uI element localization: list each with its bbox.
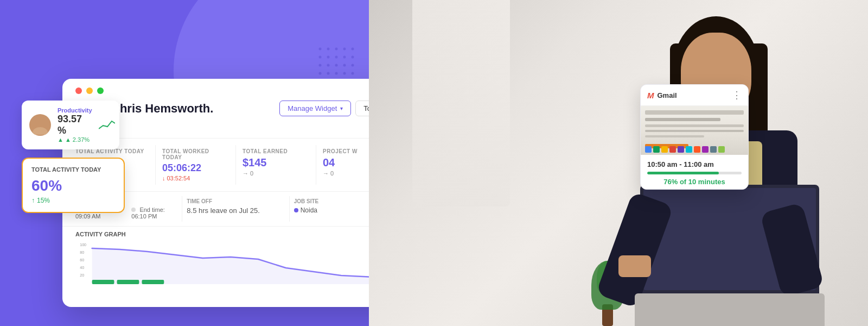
svg-text:60: 60 <box>80 258 84 262</box>
svg-point-9 <box>352 56 354 59</box>
gmail-label: Gmail <box>658 91 677 99</box>
activity-chart: 100 80 60 40 20 <box>75 242 369 285</box>
metric-sub-earned: → 0 <box>242 170 309 177</box>
screenshot-bar-4 <box>645 130 744 132</box>
gmail-options-icon[interactable]: ⋮ <box>732 90 742 100</box>
minimize-dot <box>86 87 93 94</box>
metric-value-earned: $145 <box>242 156 309 169</box>
svg-point-6 <box>327 56 330 59</box>
down-icon: ↓ <box>162 175 165 181</box>
productivity-info: Productivity 93.57 % ▲ ▲ 2.37% <box>58 107 92 143</box>
svg-point-19 <box>352 72 354 75</box>
manage-widget-label: Manage Widget <box>288 104 337 112</box>
maximize-dot <box>97 87 104 94</box>
metric-label-worked: TOTAL WORKED TODAY <box>162 148 229 160</box>
gmail-time-section: 10:50 am - 11:00 am 76% of 10 minutes <box>641 155 748 189</box>
screenshot-bar-3 <box>645 124 744 127</box>
up-arrow-icon: ↑ <box>31 197 35 204</box>
metric-project: PROJECT W 04 → 0 <box>316 145 369 185</box>
location-dot-icon <box>294 208 298 212</box>
metric-value-worked: 05:06:22 <box>162 162 229 174</box>
app-icon-2 <box>653 146 660 153</box>
svg-text:20: 20 <box>80 273 84 277</box>
svg-point-0 <box>319 48 322 51</box>
job-site-location: Noida <box>294 206 369 214</box>
svg-rect-41 <box>117 280 139 284</box>
manage-widget-button[interactable]: Manage Widget ▾ <box>279 101 351 116</box>
app-icon-10 <box>718 146 725 153</box>
screenshot-bar-5 <box>645 135 704 137</box>
svg-text:100: 100 <box>80 243 86 247</box>
gmail-time-label: 10:50 am - 11:00 am <box>647 160 742 168</box>
job-site: JOB SITE Noida <box>290 196 369 222</box>
end-time: End time: 06:10 PM <box>131 206 177 220</box>
gmail-screenshot-area <box>641 106 748 155</box>
svg-rect-40 <box>92 280 114 284</box>
app-icon-8 <box>702 146 709 153</box>
svg-point-33 <box>33 127 48 135</box>
app-icon-9 <box>710 146 717 153</box>
svg-point-8 <box>343 56 346 59</box>
app-icon-1 <box>645 146 652 153</box>
svg-point-3 <box>343 48 346 51</box>
laptop-base <box>635 293 825 326</box>
svg-point-4 <box>352 48 354 51</box>
gmail-progress-fill <box>647 172 719 174</box>
metric-total-worked: TOTAL WORKED TODAY 05:06:22 ↓ 03:52:54 <box>156 145 236 185</box>
metric-sub-worked: ↓ 03:52:54 <box>162 175 229 181</box>
app-icon-7 <box>694 146 700 153</box>
svg-text:40: 40 <box>80 266 84 269</box>
float-card-label: TOTAL ACTIVITY TODAY <box>31 166 115 173</box>
gmail-progress-bar <box>647 172 742 174</box>
today-button[interactable]: Today ▾ <box>355 101 369 116</box>
svg-rect-42 <box>142 280 164 284</box>
time-off: TIME OFF 8.5 hrs leave on Jul 25. <box>182 196 289 222</box>
metric-label-project: PROJECT W <box>323 148 369 154</box>
float-card-value: 60% <box>31 177 115 195</box>
svg-point-5 <box>319 56 322 59</box>
svg-point-10 <box>319 64 322 67</box>
app-icon-5 <box>678 146 684 153</box>
screenshot-bar-1 <box>645 110 744 115</box>
chevron-down-icon: ▾ <box>340 105 343 111</box>
svg-point-11 <box>327 64 330 67</box>
window-light <box>412 0 510 206</box>
screenshot-bar-2 <box>645 118 720 121</box>
svg-point-7 <box>335 56 338 59</box>
trend-up-icon: ▲ <box>58 136 63 143</box>
window-controls <box>62 79 369 94</box>
activity-float-card: TOTAL ACTIVITY TODAY 60% ↑ 15% <box>22 158 125 213</box>
metric-label-earned: TOTAL EARNED <box>242 148 309 154</box>
productivity-sub: ▲ ▲ 2.37% <box>58 136 92 143</box>
svg-point-14 <box>352 64 354 67</box>
metric-total-earned: TOTAL EARNED $145 → 0 <box>236 145 316 185</box>
svg-point-1 <box>327 48 330 51</box>
metric-sub-project: → 0 <box>323 170 369 177</box>
app-icons-row <box>645 146 744 153</box>
activity-graph-title: ACTIVITY GRAPH <box>75 231 369 237</box>
svg-point-16 <box>327 72 330 75</box>
svg-point-17 <box>335 72 338 75</box>
left-section: Productivity 93.57 % ▲ ▲ 2.37% Hello, Ch… <box>0 0 369 326</box>
location-text: Noida <box>301 206 317 214</box>
job-site-label: JOB SITE <box>294 198 369 204</box>
gmail-brand: M Gmail <box>647 91 677 100</box>
svg-point-2 <box>335 48 338 51</box>
svg-point-18 <box>343 72 346 75</box>
productivity-change: ▲ 2.37% <box>65 136 90 143</box>
app-icon-6 <box>686 146 692 153</box>
gmail-percent-label: 76% of 10 minutes <box>647 178 742 186</box>
svg-point-15 <box>319 72 322 75</box>
productivity-card: Productivity 93.57 % ▲ ▲ 2.37% <box>22 101 119 149</box>
time-off-value: 8.5 hrs leave on Jul 25. <box>187 206 284 215</box>
card-controls: Manage Widget ▾ Today ▾ <box>279 101 369 116</box>
float-card-sub: ↑ 15% <box>31 197 115 204</box>
svg-point-32 <box>35 116 45 126</box>
trend-chart-icon <box>99 119 115 131</box>
gmail-card: M Gmail ⋮ <box>640 84 749 190</box>
time-off-label: TIME OFF <box>187 198 284 204</box>
svg-text:80: 80 <box>80 250 84 254</box>
svg-point-13 <box>343 64 346 67</box>
svg-marker-39 <box>92 248 369 284</box>
avatar <box>29 114 51 136</box>
